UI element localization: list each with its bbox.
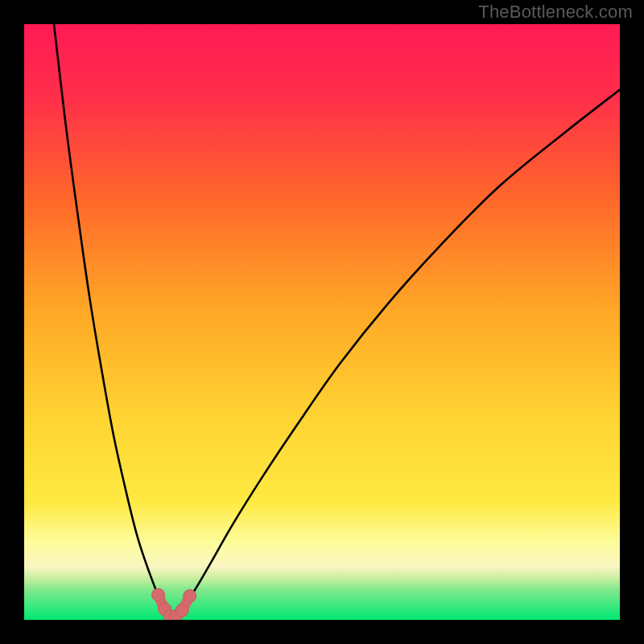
watermark-text: TheBottleneck.com [478,2,633,23]
marker-dot [152,588,165,601]
plot-area [24,24,620,620]
marker-dot [175,604,188,617]
chart-frame: TheBottleneck.com [0,0,644,644]
gradient-background [24,24,620,620]
marker-dot [184,589,196,602]
chart-svg [24,24,620,620]
